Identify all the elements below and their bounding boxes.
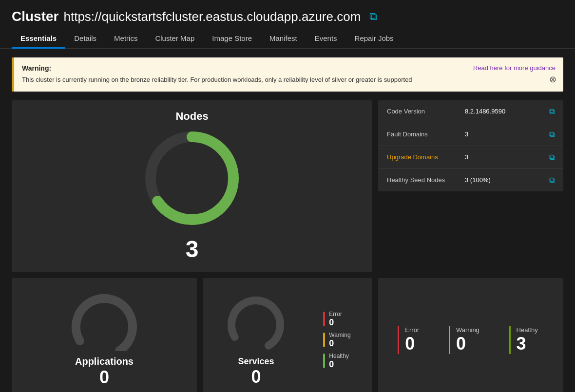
tab-repair-jobs[interactable]: Repair Jobs <box>346 29 402 49</box>
warning-title: Warning: <box>22 64 51 72</box>
warning-info: Warning 0 <box>329 332 350 349</box>
services-count: 0 <box>251 367 261 387</box>
nodes-donut-chart <box>138 125 246 232</box>
applications-label: Applications <box>75 356 134 367</box>
error-label: Error <box>329 311 342 317</box>
nodes-error-value: 0 <box>405 334 415 354</box>
warning-label: Warning <box>329 332 350 338</box>
tab-image-store[interactable]: Image Store <box>203 29 261 49</box>
bottom-grid: Applications 0 Services 0 Error 0 <box>0 278 575 392</box>
healthy-value: 0 <box>329 359 349 370</box>
code-version-value: 8.2.1486.9590 <box>465 108 549 115</box>
nodes-healthy-label: Healthy <box>517 326 538 334</box>
info-row-upgrade-domains: Upgrade Domains 3 ⧉ <box>378 146 563 169</box>
error-value: 0 <box>329 317 342 328</box>
tab-manifest[interactable]: Manifest <box>261 29 306 49</box>
warning-bar <box>323 333 325 347</box>
upgrade-domains-value: 3 <box>465 153 549 161</box>
nodes-error-stat: Error 0 <box>398 326 425 354</box>
error-bar <box>323 312 325 326</box>
warning-link[interactable]: Read here for more guidance <box>473 64 556 72</box>
services-error-row: Error 0 <box>323 311 350 328</box>
code-version-label: Code Version <box>387 108 465 115</box>
tab-metrics[interactable]: Metrics <box>105 29 146 49</box>
warning-banner: Read here for more guidance Warning: Thi… <box>12 57 563 92</box>
copy-url-icon[interactable]: ⧉ <box>369 10 377 23</box>
copy-healthy-seed-nodes-icon[interactable]: ⧉ <box>549 176 555 185</box>
healthy-bar <box>323 354 325 368</box>
nodes-stats-panel: Error 0 Warning 0 Healthy 3 <box>378 278 563 392</box>
nav-tabs: Essentials Details Metrics Cluster Map I… <box>0 29 575 49</box>
copy-fault-domains-icon[interactable]: ⧉ <box>549 130 555 139</box>
upgrade-domains-label: Upgrade Domains <box>387 153 465 161</box>
healthy-info: Healthy 0 <box>329 353 349 370</box>
nodes-warning-stat: Warning 0 <box>449 326 485 354</box>
warning-text: This cluster is currently running on the… <box>22 75 556 85</box>
services-panel: Services 0 Error 0 Warning 0 <box>203 278 372 392</box>
fault-domains-value: 3 <box>465 131 549 138</box>
copy-code-version-icon[interactable]: ⧉ <box>549 107 555 116</box>
healthy-seed-nodes-value: 3 (100%) <box>465 176 549 184</box>
services-warning-row: Warning 0 <box>323 332 350 349</box>
nodes-warning-label: Warning <box>456 326 479 334</box>
services-stats: Error 0 Warning 0 Healthy 0 <box>323 311 350 370</box>
error-info: Error 0 <box>329 311 342 328</box>
tab-details[interactable]: Details <box>65 29 105 49</box>
tab-events[interactable]: Events <box>306 29 346 49</box>
header-url: https://quickstartsfcluster.eastus.cloud… <box>63 9 361 24</box>
services-healthy-row: Healthy 0 <box>323 353 350 370</box>
healthy-seed-nodes-label: Healthy Seed Nodes <box>387 176 465 184</box>
services-donut-chart <box>224 293 288 356</box>
header: Cluster https://quickstartsfcluster.east… <box>0 0 575 24</box>
nodes-warning-value: 0 <box>456 334 466 354</box>
header-title: Cluster <box>12 9 58 24</box>
tab-cluster-map[interactable]: Cluster Map <box>146 29 203 49</box>
nodes-panel: Nodes 3 <box>12 100 372 272</box>
nodes-error-label: Error <box>405 326 419 334</box>
main-grid: Code Version 8.2.1486.9590 ⧉ Fault Domai… <box>0 100 575 278</box>
warning-close-button[interactable]: ⊗ <box>549 74 556 85</box>
applications-panel: Applications 0 <box>12 278 197 392</box>
nodes-healthy-stat: Healthy 3 <box>509 326 544 354</box>
services-summary: Services 0 <box>224 293 288 387</box>
healthy-label: Healthy <box>329 353 349 359</box>
applications-donut-chart <box>65 288 143 351</box>
applications-count: 0 <box>99 367 109 388</box>
info-panel: Code Version 8.2.1486.9590 ⧉ Fault Domai… <box>378 100 563 191</box>
copy-upgrade-domains-icon[interactable]: ⧉ <box>549 153 555 162</box>
info-row-healthy-seed-nodes: Healthy Seed Nodes 3 (100%) ⧉ <box>378 169 563 191</box>
fault-domains-label: Fault Domains <box>387 131 465 138</box>
nodes-healthy-value: 3 <box>517 334 526 354</box>
info-row-fault-domains: Fault Domains 3 ⧉ <box>378 123 563 146</box>
info-row-code-version: Code Version 8.2.1486.9590 ⧉ <box>378 100 563 123</box>
tab-essentials[interactable]: Essentials <box>12 29 65 49</box>
services-label: Services <box>238 356 274 367</box>
nodes-count: 3 <box>186 236 199 262</box>
warning-value: 0 <box>329 338 350 349</box>
nodes-label: Nodes <box>175 110 208 123</box>
svg-point-2 <box>66 288 143 351</box>
svg-point-3 <box>224 293 288 356</box>
